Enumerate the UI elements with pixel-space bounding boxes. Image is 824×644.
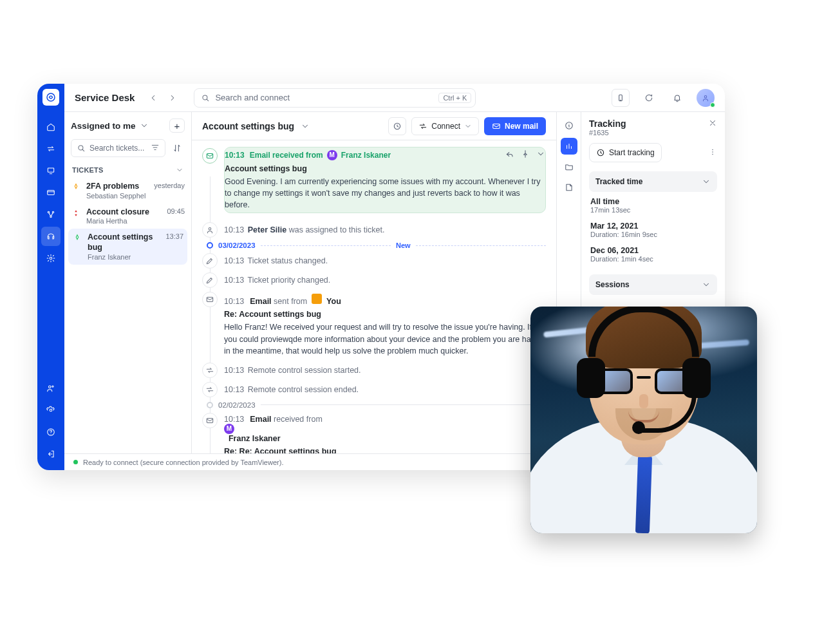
profile-avatar[interactable] <box>697 89 715 107</box>
info-icon[interactable] <box>561 117 577 134</box>
ticket-title: 2FA problems <box>86 182 149 192</box>
nav-help-icon[interactable] <box>41 422 61 442</box>
nav-home-icon[interactable] <box>41 117 61 137</box>
svg-point-24 <box>712 151 713 153</box>
bell-icon[interactable] <box>668 89 686 107</box>
ticket-item[interactable]: Account closureMaria Hertha 09:45 <box>64 204 191 229</box>
nav-users-icon[interactable] <box>41 379 61 398</box>
nav-servicedesk-icon[interactable] <box>41 227 61 246</box>
clock-icon <box>596 148 605 157</box>
connect-button[interactable]: Connect <box>411 117 479 135</box>
email-subject: Re: Re: Account settings bug <box>224 447 546 453</box>
ticket-requester: Maria Hertha <box>86 217 162 225</box>
note-icon[interactable] <box>561 179 577 196</box>
nav-card-icon[interactable] <box>41 183 61 202</box>
app-logo <box>42 89 59 106</box>
swap-icon <box>202 382 218 397</box>
event-time: 10:13 <box>225 151 245 160</box>
search-icon <box>77 144 86 153</box>
nav-exit-icon[interactable] <box>41 444 61 464</box>
priority-event: 10:13 Ticket priority changed. <box>202 272 546 288</box>
conversation-title: Account settings bug <box>202 121 294 131</box>
ticket-item[interactable]: 2FA problemsSebastian Sepphel yesterday <box>64 178 191 204</box>
new-mail-label: New mail <box>505 122 538 131</box>
search-shortcut: Ctrl + K <box>438 93 471 103</box>
email-subject: Account settings bug <box>225 164 545 173</box>
tracked-value: 17min 13sec <box>590 206 716 214</box>
sender-name: Franz Iskaner <box>341 151 391 160</box>
tracked-value: Duration: 16min 9sec <box>590 231 716 238</box>
svg-point-0 <box>47 93 55 101</box>
priority-icon <box>72 233 82 243</box>
more-icon[interactable] <box>708 147 717 158</box>
nav-gear-icon[interactable] <box>41 401 61 420</box>
connect-label: Connect <box>431 122 460 131</box>
nav-rail <box>37 84 64 470</box>
device-icon[interactable] <box>612 89 630 107</box>
folder-icon[interactable] <box>561 158 577 175</box>
tracked-label: Dec 06, 2021 <box>590 246 716 255</box>
email-card[interactable]: 10:13 Email received from M Franz Iskane… <box>224 147 546 213</box>
new-mail-button[interactable]: New mail <box>484 117 546 135</box>
tracking-title: Tracking <box>589 118 626 129</box>
nav-devices-icon[interactable] <box>41 161 61 180</box>
filter-dropdown[interactable]: Assigned to me <box>71 121 136 131</box>
chevron-down-icon[interactable] <box>536 149 545 160</box>
back-button[interactable] <box>145 90 162 106</box>
mail-icon <box>492 122 501 131</box>
mail-icon <box>202 292 218 307</box>
priority-icon <box>71 208 81 218</box>
ticket-item-selected[interactable]: Account settings bugFranz Iskaner 13:37 <box>68 229 187 264</box>
swap-icon <box>418 122 427 131</box>
svg-point-8 <box>52 386 53 387</box>
nav-workflow-icon[interactable] <box>41 205 61 224</box>
mail-icon <box>202 148 218 164</box>
user-icon <box>202 222 218 238</box>
chevron-down-icon[interactable] <box>176 166 183 174</box>
sender-name: You <box>326 297 341 306</box>
chat-icon[interactable] <box>640 89 658 107</box>
svg-point-13 <box>704 95 707 98</box>
email-sent-event[interactable]: 10:13 Email sent from You Re: Account se… <box>202 292 546 358</box>
svg-point-11 <box>203 95 207 99</box>
tracked-time-section[interactable]: Tracked time <box>589 171 717 192</box>
mail-icon <box>202 413 218 428</box>
sort-button[interactable] <box>169 139 185 157</box>
nav-transfer-icon[interactable] <box>41 139 61 158</box>
filter-icon[interactable] <box>151 143 160 154</box>
remote-end-event: 10:13 Remote control session ended. <box>202 382 546 397</box>
sessions-section[interactable]: Sessions <box>589 274 717 295</box>
sender-avatar: M <box>224 424 234 434</box>
pin-icon[interactable] <box>521 149 530 160</box>
swap-icon <box>202 363 218 378</box>
stats-icon[interactable] <box>561 138 577 155</box>
chevron-down-icon <box>464 122 472 130</box>
ticket-timestamp: 13:37 <box>165 232 183 240</box>
ticket-search-input[interactable]: Search tickets... <box>71 139 165 157</box>
history-button[interactable] <box>388 117 406 135</box>
date-divider: 03/02/2023 New <box>202 242 546 249</box>
svg-point-18 <box>209 228 211 231</box>
email-received-event[interactable]: 10:13 Email received from M Franz Iskane… <box>202 413 546 453</box>
tracking-id: #1635 <box>589 129 626 137</box>
add-ticket-button[interactable]: + <box>169 118 185 133</box>
search-icon <box>201 93 210 102</box>
ticket-panel: Assigned to me + Search tickets... T <box>64 112 192 453</box>
chevron-down-icon[interactable] <box>301 122 310 131</box>
status-event: 10:13 Ticket status changed. <box>202 253 546 269</box>
close-icon[interactable] <box>708 118 717 129</box>
agent-photo <box>530 307 757 533</box>
global-search[interactable]: Search and connect Ctrl + K <box>194 88 476 108</box>
email-body: Good Evening. I am currently experiencin… <box>225 176 545 211</box>
tracked-value: Duration: 1min 4sec <box>590 255 716 263</box>
ticket-title: Account closure <box>86 207 162 218</box>
remote-start-event: 10:13 Remote control session started. <box>202 363 546 378</box>
email-body: Hello Franz! We received your request an… <box>224 321 546 356</box>
tickets-section-label: TICKETS <box>72 166 104 174</box>
reply-icon[interactable] <box>505 149 514 160</box>
start-tracking-button[interactable]: Start tracking <box>589 143 662 162</box>
svg-point-6 <box>50 257 52 260</box>
nav-settings-icon[interactable] <box>41 249 61 268</box>
ticket-requester: Franz Iskaner <box>88 253 160 261</box>
forward-button[interactable] <box>164 90 181 106</box>
